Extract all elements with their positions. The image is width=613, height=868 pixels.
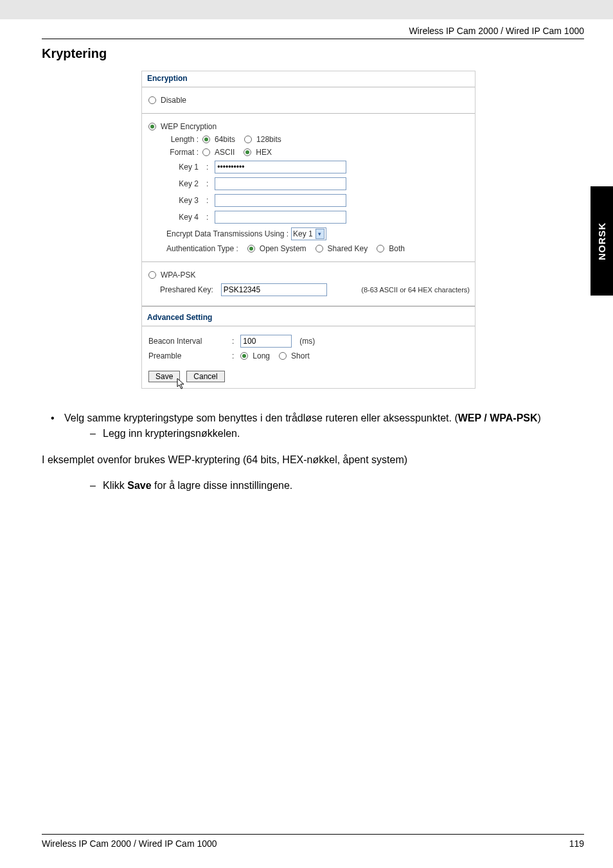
example-paragraph: I eksemplet ovenfor brukes WEP-krypterin… [42, 453, 584, 467]
key2-label: Key 2 [166, 179, 199, 188]
auth-shared: Shared Key [328, 244, 368, 253]
radio-open-system[interactable] [247, 245, 255, 252]
header-rule [42, 39, 584, 39]
dash-item: Legg inn krypteringsnøkkelen. [42, 427, 584, 441]
preamble-label: Preamble [148, 351, 226, 360]
length-64: 64bits [215, 135, 235, 144]
advanced-title: Advanced Setting [142, 310, 475, 323]
encrypt-using-label: Encrypt Data Transmissions Using : [166, 229, 289, 238]
cancel-button[interactable]: Cancel [186, 371, 224, 382]
key3-input[interactable] [215, 194, 346, 207]
divider [142, 306, 475, 306]
key1-label: Key 1 [166, 163, 199, 172]
dash2-bold: Save [127, 480, 151, 491]
dash2-b: for å lagre disse innstillingene. [152, 480, 293, 491]
format-hex: HEX [256, 148, 272, 157]
page-title: Kryptering [42, 46, 107, 61]
key4-label: Key 4 [166, 213, 199, 222]
psk-hint: (8-63 ASCII or 64 HEX characters) [361, 286, 470, 294]
colon: : [206, 213, 208, 222]
encrypt-using-select[interactable]: Key 1 ▾ [291, 227, 326, 240]
encryption-title: Encryption [142, 71, 475, 84]
preamble-short: Short [291, 351, 310, 360]
radio-wpa-psk[interactable] [148, 271, 156, 279]
radio-128bits[interactable] [244, 136, 252, 143]
dash1-text: Legg inn krypteringsnøkkelen. [103, 428, 240, 439]
divider [142, 261, 475, 262]
cursor-icon [177, 378, 187, 393]
colon: : [206, 196, 208, 205]
radio-hex[interactable] [244, 148, 251, 156]
chevron-down-icon: ▾ [315, 229, 324, 239]
encryption-panel: Encryption Disable WEP Encryption Length… [141, 71, 475, 389]
dash2-a: Klikk [103, 480, 127, 491]
divider [142, 113, 475, 114]
auth-both: Both [389, 244, 405, 253]
key4-input[interactable] [215, 211, 346, 224]
radio-ascii[interactable] [202, 148, 210, 156]
key2-input[interactable] [215, 177, 346, 190]
bullet1-bold: WEP / WPA-PSK [458, 412, 538, 423]
colon: : [232, 337, 234, 346]
language-tab: NORSK [591, 186, 613, 296]
length-label: Length : [166, 135, 199, 144]
radio-64bits[interactable] [202, 136, 210, 143]
psk-label: Preshared Key: [160, 285, 213, 294]
auth-label: Authentication Type : [166, 244, 238, 253]
bullet1-text-b: ) [538, 412, 541, 423]
format-label: Format : [166, 148, 199, 157]
footer-left: Wireless IP Cam 2000 / Wired IP Cam 1000 [42, 838, 217, 849]
psk-input[interactable] [221, 283, 327, 296]
disable-label: Disable [161, 96, 186, 105]
beacon-label: Beacon Interval [148, 337, 226, 346]
format-ascii: ASCII [215, 148, 235, 157]
dash-item: Klikk Save for å lagre disse innstilling… [42, 479, 584, 493]
divider [142, 326, 475, 326]
wpa-label: WPA-PSK [161, 270, 195, 279]
radio-preamble-long[interactable] [240, 352, 248, 360]
footer-page: 119 [569, 838, 584, 849]
radio-shared-key[interactable] [315, 245, 323, 252]
key1-input[interactable] [215, 161, 346, 173]
bullet-item: Velg samme krypteringstype som benyttes … [42, 411, 584, 425]
colon: : [206, 163, 208, 172]
radio-both[interactable] [377, 245, 384, 252]
header-product: Wireless IP Cam 2000 / Wired IP Cam 1000 [409, 26, 584, 36]
wep-label: WEP Encryption [161, 122, 217, 131]
divider [142, 87, 475, 87]
colon: : [232, 351, 234, 360]
bullet1-text-a: Velg samme krypteringstype som benyttes … [64, 412, 458, 423]
beacon-input[interactable] [240, 335, 292, 348]
radio-disable[interactable] [148, 96, 156, 104]
radio-wep[interactable] [148, 123, 156, 130]
body-content: Velg samme krypteringstype som benyttes … [42, 411, 584, 493]
beacon-unit: (ms) [299, 337, 315, 346]
radio-preamble-short[interactable] [279, 352, 287, 360]
top-band [0, 0, 613, 19]
encrypt-using-value: Key 1 [293, 229, 313, 238]
footer: Wireless IP Cam 2000 / Wired IP Cam 1000… [42, 834, 584, 849]
save-button[interactable]: Save [148, 371, 180, 382]
preamble-long: Long [253, 351, 270, 360]
auth-open: Open System [260, 244, 306, 253]
length-128: 128bits [256, 135, 281, 144]
key3-label: Key 3 [166, 196, 199, 205]
colon: : [206, 179, 208, 188]
